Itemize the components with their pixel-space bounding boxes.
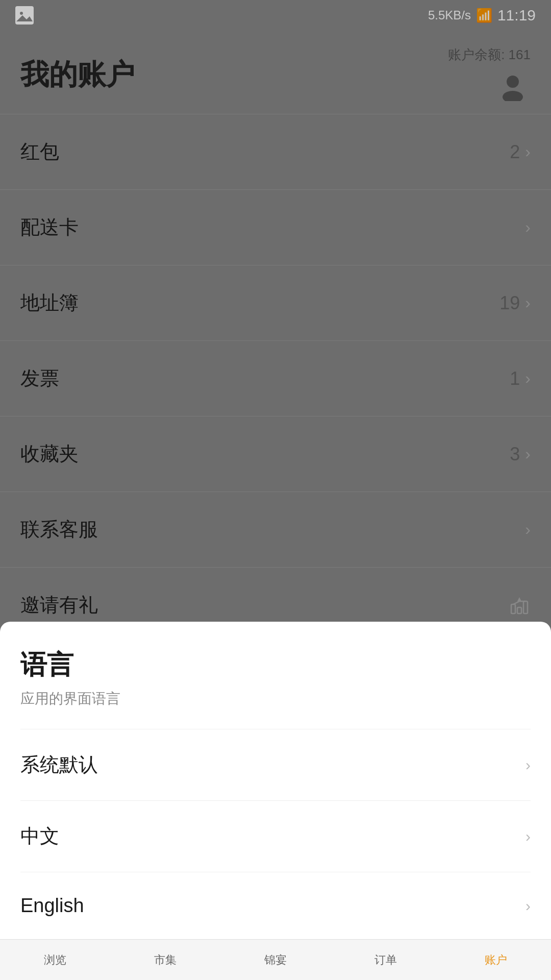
- sheet-label-system-default: 系统默认: [20, 752, 98, 778]
- sheet-subtitle: 应用的界面语言: [20, 689, 531, 708]
- nav-label-account: 账户: [485, 952, 507, 968]
- sheet-title: 语言: [20, 647, 531, 683]
- nav-label-jingyan: 锦宴: [264, 952, 287, 968]
- chevron-right-icon: ›: [525, 897, 531, 915]
- sheet-item-english[interactable]: English ›: [20, 872, 531, 939]
- nav-item-jingyan[interactable]: 锦宴: [220, 952, 331, 968]
- chevron-right-icon: ›: [525, 828, 531, 845]
- sheet-label-chinese: 中文: [20, 823, 59, 849]
- nav-label-market: 市集: [154, 952, 177, 968]
- nav-label-browse: 浏览: [44, 952, 66, 968]
- language-bottom-sheet: 语言 应用的界面语言 系统默认 › 中文 › English ›: [0, 622, 551, 939]
- bottom-nav: 浏览 市集 锦宴 订单 账户: [0, 939, 551, 980]
- sheet-item-chinese[interactable]: 中文 ›: [20, 800, 531, 872]
- sheet-label-english: English: [20, 895, 84, 917]
- nav-item-browse[interactable]: 浏览: [0, 952, 110, 968]
- nav-label-orders: 订单: [374, 952, 397, 968]
- nav-item-orders[interactable]: 订单: [331, 952, 441, 968]
- sheet-item-system-default[interactable]: 系统默认 ›: [20, 729, 531, 800]
- chevron-right-icon: ›: [525, 756, 531, 774]
- nav-item-account[interactable]: 账户: [441, 952, 551, 968]
- nav-item-market[interactable]: 市集: [110, 952, 220, 968]
